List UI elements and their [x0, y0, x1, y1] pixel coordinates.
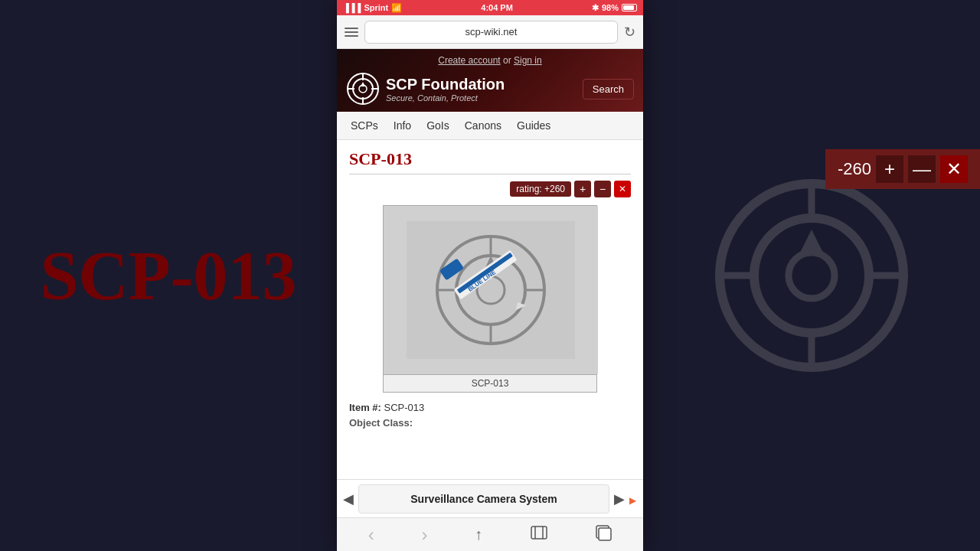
site-name: SCP Foundation: [386, 75, 505, 93]
ad-next-arrow[interactable]: ▶: [614, 491, 625, 507]
sign-in-link[interactable]: Sign in: [514, 55, 542, 66]
item-value: SCP-013: [384, 402, 425, 413]
bg-rating-text: -260: [838, 159, 871, 179]
rating-badge: rating: +260: [510, 181, 571, 197]
nav-item-canons[interactable]: Canons: [457, 112, 509, 139]
status-right: ✱ 98%: [592, 3, 637, 13]
back-button[interactable]: ‹: [362, 521, 381, 549]
status-bar: ▐▐▐ Sprint 📶 4:04 PM ✱ 98%: [337, 0, 643, 15]
ad-prev-arrow[interactable]: ◀: [343, 491, 354, 507]
rating-plus-button[interactable]: +: [574, 181, 591, 197]
battery-percent: 98%: [602, 3, 619, 12]
bg-plus-button[interactable]: +: [876, 155, 903, 183]
create-account-link[interactable]: Create account: [438, 55, 500, 66]
rating-x-button[interactable]: ✕: [614, 181, 631, 197]
browser-bottom-bar: ‹ › ↑: [337, 517, 643, 551]
rating-bar: rating: +260 + − ✕: [349, 181, 631, 197]
status-left: ▐▐▐ Sprint 📶: [343, 3, 402, 13]
bg-rating-overlay: -260 + — ✕: [825, 149, 980, 189]
wifi-icon: 📶: [391, 3, 402, 13]
bookmarks-button[interactable]: [524, 522, 554, 547]
bookmarks-icon: [530, 525, 548, 540]
scp-013-image: BLUE LINE: [407, 221, 575, 359]
nav-item-guides[interactable]: Guides: [509, 112, 558, 139]
bg-scp-symbol-icon: [697, 161, 926, 390]
tabs-icon: [595, 524, 612, 541]
background-right: [643, 0, 980, 551]
site-logo-area: SCP Foundation Secure, Contain, Protect: [346, 72, 505, 106]
phone-frame: ▐▐▐ Sprint 📶 4:04 PM ✱ 98% scp-wiki.net …: [337, 0, 643, 551]
bluetooth-icon: ✱: [592, 3, 599, 13]
search-button[interactable]: Search: [583, 79, 634, 99]
background-left: SCP-013: [0, 0, 337, 551]
site-tagline: Secure, Contain, Protect: [386, 93, 505, 103]
ad-text: Surveillance Camera System: [410, 493, 557, 505]
wiki-header: Create account or Sign in: [337, 49, 643, 112]
rating-minus-button[interactable]: −: [594, 181, 611, 197]
svg-point-9: [353, 79, 373, 99]
site-header: SCP Foundation Secure, Contain, Protect …: [346, 72, 634, 106]
site-name-area: SCP Foundation Secure, Contain, Protect: [386, 75, 505, 103]
battery-icon: [622, 4, 637, 11]
scp-image-container: BLUE LINE SCP-013: [383, 205, 597, 393]
tabs-button[interactable]: [589, 521, 618, 548]
bg-x-button[interactable]: ✕: [940, 155, 968, 183]
svg-marker-15: [361, 82, 365, 86]
nav-bar: SCPs Info GoIs Canons Guides: [337, 112, 643, 140]
status-time: 4:04 PM: [481, 3, 513, 12]
hamburger-menu-icon[interactable]: [345, 28, 358, 37]
object-class-label: Object Class:: [349, 417, 413, 429]
svg-rect-34: [599, 528, 611, 540]
item-label: Item #:: [349, 402, 381, 413]
ad-indicator-icon: ▶: [629, 495, 637, 503]
refresh-icon[interactable]: ↻: [624, 24, 635, 41]
ad-content[interactable]: Surveillance Camera System: [358, 484, 609, 514]
create-account-bar: Create account or Sign in: [346, 55, 634, 66]
carrier-name: Sprint: [364, 3, 388, 12]
scp-logo-icon: [346, 72, 380, 106]
url-text: scp-wiki.net: [466, 26, 518, 37]
share-button[interactable]: ↑: [469, 523, 488, 546]
svg-marker-7: [800, 230, 823, 253]
article-title: SCP-013: [349, 149, 631, 174]
article-area: SCP-013 rating: +260 + − ✕: [337, 140, 643, 479]
signal-icon: ▐▐▐: [343, 3, 361, 12]
svg-rect-30: [531, 527, 547, 539]
or-text: or: [503, 55, 514, 66]
url-bar[interactable]: scp-wiki.net: [364, 21, 618, 44]
nav-item-scps[interactable]: SCPs: [343, 112, 386, 139]
bg-title: SCP-013: [41, 236, 297, 315]
battery-fill: [623, 5, 634, 10]
svg-point-2: [789, 253, 835, 298]
nav-item-info[interactable]: Info: [386, 112, 419, 139]
scp-image-area: BLUE LINE: [384, 206, 598, 374]
nav-item-gois[interactable]: GoIs: [419, 112, 457, 139]
scp-image-caption: SCP-013: [384, 374, 596, 392]
wiki-content: Create account or Sign in: [337, 49, 643, 551]
ad-banner: ◀ Surveillance Camera System ▶ ▶: [337, 479, 643, 517]
browser-toolbar: scp-wiki.net ↻: [337, 15, 643, 49]
article-text: Item #: SCP-013 Object Class:: [349, 400, 631, 430]
forward-button[interactable]: ›: [415, 521, 433, 549]
bg-minus-button[interactable]: —: [908, 155, 936, 183]
object-class-line: Object Class:: [349, 416, 631, 431]
